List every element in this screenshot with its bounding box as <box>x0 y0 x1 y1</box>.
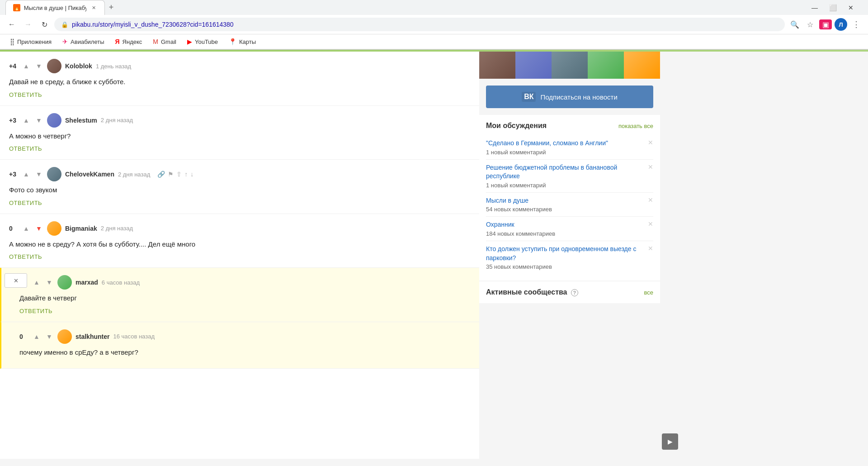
question-mark-icon[interactable]: ? <box>571 289 578 296</box>
comment-chelovek-header: +3 ▲ ▼ ChelovekKamen 2 дня назад 🔗 ⚑ ⇧ ↑… <box>9 167 470 181</box>
address-bar[interactable]: 🔒 <box>54 18 785 31</box>
vote-score-6: 0 <box>19 333 28 340</box>
vote-up-1[interactable]: ▲ <box>22 62 31 71</box>
link-icon[interactable]: 🔗 <box>157 171 165 178</box>
bookmark-youtube[interactable]: ▶ YouTube <box>183 36 222 47</box>
discussion-count-1: 1 новый комментарий <box>486 149 608 156</box>
vk-subscribe-button[interactable]: ВК Подписаться на новости <box>486 86 653 108</box>
username-shelestum[interactable]: Shelestum <box>65 117 97 124</box>
share-comment-icon[interactable]: ⇧ <box>176 171 182 178</box>
close-window-button[interactable]: ✕ <box>843 1 859 14</box>
discussion-link-2[interactable]: Решение бюджетной проблемы в банановой р… <box>486 164 617 180</box>
comment-koloblok: +4 ▲ ▼ Koloblok 1 день назад Давай не в … <box>0 52 479 106</box>
vote-down-1[interactable]: ▼ <box>34 62 43 71</box>
star-button[interactable]: ☆ <box>804 18 816 31</box>
sidebar: ВК Подписаться на новости Мои обсуждения… <box>479 52 660 459</box>
discussion-close-3[interactable]: ✕ <box>648 196 653 204</box>
username-stalkhunter[interactable]: stalkhunter <box>75 333 109 340</box>
bookmark-aviabilety[interactable]: ✈ Авиабилеты <box>58 36 108 47</box>
comment-text-6: почему именно в срЕду? а в четверг? <box>19 347 470 358</box>
vote-down-6[interactable]: ▼ <box>45 332 54 341</box>
discussion-link-3[interactable]: Мысли в душе <box>486 197 528 204</box>
comment-marxad-header: 0 ▲ ▼ marxad 6 часов назад <box>19 275 470 290</box>
window-controls: — ⬜ ✕ <box>807 1 863 14</box>
reply-link-1[interactable]: ОТВЕТИТЬ <box>9 91 42 98</box>
browser-chrome: 🔥 Мысли в душе | Пикабу ✕ + — ⬜ ✕ ← → ↻ … <box>0 0 868 50</box>
comment-stalkhunter-header: 0 ▲ ▼ stalkhunter 16 часов назад <box>19 329 470 344</box>
profile-button[interactable]: Л <box>835 18 847 31</box>
time-marxad: 6 часов назад <box>102 279 140 286</box>
more-comment-icon[interactable]: ↓ <box>190 171 193 178</box>
discussion-link-1[interactable]: "Сделано в Германии, сломано в Англии" <box>486 139 608 147</box>
bookmark-apps[interactable]: ⣿ Приложения <box>5 36 56 47</box>
maximize-button[interactable]: ⬜ <box>825 1 841 14</box>
bookmark-yandex-label: Яндекс <box>123 38 142 45</box>
floating-close-button[interactable]: ✕ <box>5 273 27 288</box>
browser-nav-icons: 🔍 ☆ ▣ Л ⋮ <box>788 18 863 31</box>
avatar-stalkhunter <box>57 329 72 344</box>
username-koloblok[interactable]: Koloblok <box>65 62 92 70</box>
reply-link-4[interactable]: ОТВЕТИТЬ <box>9 253 42 260</box>
vote-up-2[interactable]: ▲ <box>22 116 31 125</box>
discussion-link-4[interactable]: Охранник <box>486 221 514 228</box>
extensions-button[interactable]: ▣ <box>819 19 832 29</box>
new-tab-button[interactable]: + <box>105 1 118 14</box>
discussion-count-2: 1 новый комментарий <box>486 182 644 189</box>
bookmark-gmail-label: Gmail <box>161 38 176 45</box>
active-communities-header: Активные сообщества ? все <box>486 288 653 296</box>
comment-bigmaniak-header: 0 ▲ ▼ Bigmaniak 2 дня назад <box>9 221 470 236</box>
minimize-button[interactable]: — <box>807 1 823 14</box>
scroll-to-bottom-button[interactable]: ▶ <box>662 433 678 450</box>
avatar-strip-5 <box>624 52 660 79</box>
menu-button[interactable]: ⋮ <box>850 18 863 31</box>
discussion-close-2[interactable]: ✕ <box>648 163 653 171</box>
maps-icon: 📍 <box>229 38 236 45</box>
search-button[interactable]: 🔍 <box>788 18 801 31</box>
bookmark-comment-icon[interactable]: ⚑ <box>168 171 174 178</box>
lock-icon: 🔒 <box>61 21 68 28</box>
time-chelovek: 2 дня назад <box>118 171 150 178</box>
vote-up-5[interactable]: ▲ <box>32 278 41 287</box>
comment-text-4: А можно не в среду? А хотя бы в субботу.… <box>9 239 470 250</box>
discussion-close-1[interactable]: ✕ <box>648 139 653 146</box>
avatar-shelestum <box>47 113 61 128</box>
time-stalkhunter: 16 часов назад <box>113 333 155 340</box>
reload-button[interactable]: ↻ <box>38 18 51 31</box>
bookmark-maps[interactable]: 📍 Карты <box>224 36 260 47</box>
vote-up-6[interactable]: ▲ <box>32 332 41 341</box>
gmail-icon: M <box>153 38 158 45</box>
active-tab[interactable]: 🔥 Мысли в душе | Пикабу ✕ <box>5 0 105 15</box>
username-bigmaniak[interactable]: Bigmaniak <box>65 225 97 232</box>
vote-down-5[interactable]: ▼ <box>45 278 54 287</box>
all-communities-link[interactable]: все <box>644 289 654 296</box>
avatar-bigmaniak <box>47 221 61 236</box>
vote-score-4: 0 <box>9 225 18 232</box>
vote-score-2: +3 <box>9 117 18 124</box>
address-input[interactable] <box>72 21 778 28</box>
scroll-up-comment-icon[interactable]: ↑ <box>184 171 188 178</box>
vote-up-3[interactable]: ▲ <box>22 170 31 179</box>
vote-down-2[interactable]: ▼ <box>34 116 43 125</box>
show-all-link[interactable]: показать все <box>618 123 653 129</box>
my-discussions-title: Мои обсуждения <box>486 122 547 130</box>
back-button[interactable]: ← <box>5 18 18 31</box>
username-chelovek[interactable]: ChelovekKamen <box>65 171 114 178</box>
reply-link-5[interactable]: ОТВЕТИТЬ <box>19 308 52 314</box>
discussion-close-5[interactable]: ✕ <box>648 245 653 252</box>
discussion-close-4[interactable]: ✕ <box>648 220 653 228</box>
vote-down-4[interactable]: ▼ <box>34 224 43 233</box>
reply-link-2[interactable]: ОТВЕТИТЬ <box>9 145 42 152</box>
discussion-link-5[interactable]: Кто должен уступить при одновременном вы… <box>486 245 636 262</box>
vote-down-3[interactable]: ▼ <box>34 170 43 179</box>
username-marxad[interactable]: marxad <box>75 279 98 286</box>
vk-subscribe-label: Подписаться на новости <box>540 93 617 101</box>
bookmark-yandex[interactable]: Я Яндекс <box>111 36 147 47</box>
discussion-count-3: 54 новых комментариев <box>486 206 552 213</box>
vote-up-4[interactable]: ▲ <box>22 224 31 233</box>
bookmark-gmail[interactable]: M Gmail <box>148 36 181 47</box>
page-layout: ✕ +4 ▲ ▼ Koloblok 1 день назад Давай не … <box>0 52 868 459</box>
reply-link-3[interactable]: ОТВЕТИТЬ <box>9 200 42 206</box>
comment-shelestum: +3 ▲ ▼ Shelestum 2 дня назад А можно в ч… <box>0 106 479 160</box>
forward-button[interactable]: → <box>22 18 34 31</box>
tab-close-button[interactable]: ✕ <box>90 4 97 11</box>
